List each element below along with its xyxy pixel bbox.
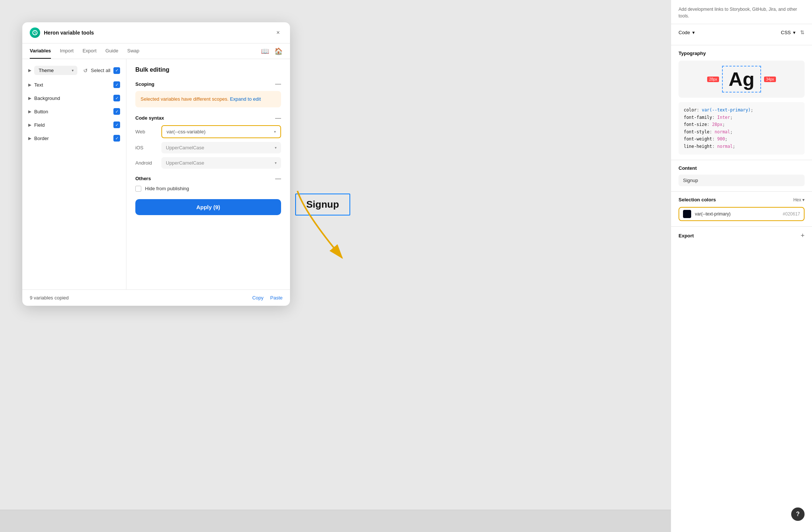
close-button[interactable]: × [274,28,283,37]
border-chevron-icon: ▶ [28,136,31,141]
help-button[interactable]: ? [791,507,805,521]
tab-guide[interactable]: Guide [106,43,119,59]
typography-preview-char: Ag [722,66,761,93]
tab-import[interactable]: Import [60,43,74,59]
button-checkbox[interactable]: ✓ [113,108,120,115]
web-code-dropdown-icon: ▾ [274,130,276,134]
web-platform-label: Web [135,129,158,134]
var-item-background[interactable]: ▶ Background ✓ [22,91,126,105]
code-syntax-header: Code syntax — [135,115,281,121]
android-code-input[interactable]: UpperCamelCase ▾ [161,157,281,169]
apply-button[interactable]: Apply (9) [135,199,281,215]
field-checkbox[interactable]: ✓ [113,121,120,128]
dev-links-section: Add development links to Storybook, GitH… [671,0,812,24]
select-all-checkbox[interactable]: ✓ [113,67,120,74]
plugin-logo [30,27,40,38]
variables-copied-status: 9 variables copied [30,295,69,301]
android-code-dropdown-icon: ▾ [275,161,277,165]
tab-variables[interactable]: Variables [30,43,51,59]
tab-swap[interactable]: Swap [127,43,139,59]
color-var-name: var(--text-primary) [695,211,779,217]
code-line-line-height: line-height: normal; [684,143,799,150]
variables-panel: ▶ Theme ▾ ↺ Select all ✓ ▶ Text ✓ ▶ [22,59,126,289]
ios-platform-label: iOS [135,145,158,150]
book-icon[interactable]: 📖 [261,47,269,55]
code-section-header: Code ▾ CSS ▾ ⇅ [679,29,805,35]
theme-chevron-icon: ▶ [28,68,31,73]
background-checkbox[interactable]: ✓ [113,95,120,101]
var-item-field[interactable]: ▶ Field ✓ [22,118,126,132]
code-syntax-collapse-icon[interactable]: — [275,115,281,121]
text-checkbox[interactable]: ✓ [113,81,120,88]
typography-code-block: color: var(--text-primary); font-family:… [679,102,805,155]
others-collapse-icon[interactable]: — [275,175,281,182]
plugin-panel: Heron variable tools × Variables Import … [22,22,290,306]
css-dropdown[interactable]: CSS ▾ [781,30,796,35]
ios-code-input[interactable]: UpperCamelCase ▾ [161,142,281,153]
code-syntax-row-web: Web var(--css-variable) ▾ [135,125,281,138]
color-swatch [683,210,691,218]
bottom-bar [0,510,671,532]
plugin-bottom-actions: Copy Paste [252,295,283,301]
bulk-editing-title: Bulk editing [135,66,281,73]
ios-code-dropdown-icon: ▾ [275,146,277,150]
hide-publishing-label: Hide from publishing [145,186,189,191]
code-section-right: CSS ▾ ⇅ [781,29,805,35]
typography-label: Typography [679,51,706,56]
code-line-color: color: var(--text-primary); [684,107,799,114]
selection-colors-header: Selection colors Hex ▾ [679,197,805,202]
var-item-border[interactable]: ▶ Border ✓ [22,132,126,145]
home-icon[interactable]: 🏠 [274,47,283,55]
border-checkbox[interactable]: ✓ [113,135,120,142]
var-group-theme-row[interactable]: ▶ Theme ▾ ↺ Select all ✓ [22,63,126,78]
plugin-tabs: Variables Import Export Guide Swap 📖 🏠 [22,43,290,59]
export-add-icon[interactable]: + [800,232,805,240]
button-chevron-icon: ▶ [28,109,31,114]
plugin-bottom-bar: 9 variables copied Copy Paste [22,289,290,306]
theme-selector[interactable]: Theme ▾ [34,66,77,75]
scoping-collapse-icon[interactable]: — [275,81,281,87]
code-syntax-section: Code syntax — Web var(--css-variable) ▾ … [135,115,281,169]
copy-link[interactable]: Copy [252,295,263,301]
dev-links-text: Add development links to Storybook, GitH… [679,6,805,19]
code-syntax-row-android: Android UpperCamelCase ▾ [135,157,281,169]
signup-element: Signup [295,194,350,215]
selection-colors-label: Selection colors [679,197,716,202]
android-code-value: UpperCamelCase [166,160,273,166]
measure-right-badge: 34px [764,77,776,82]
scoping-section: Scoping — Selected variables have differ… [135,81,281,107]
typography-preview: 28px Ag 34px [679,61,805,98]
background-chevron-icon: ▶ [28,96,31,101]
export-header: Export + [679,232,805,240]
code-syntax-row-ios: iOS UpperCamelCase ▾ [135,142,281,153]
hex-format-label: Hex [793,197,801,202]
typography-header: Typography [679,51,805,56]
hex-dropdown[interactable]: Hex ▾ [793,197,805,202]
color-row[interactable]: var(--text-primary) #020617 [679,207,805,221]
css-dropdown-chevron-icon: ▾ [793,30,796,35]
field-chevron-icon: ▶ [28,123,31,127]
refresh-icon[interactable]: ↺ [83,68,88,74]
hex-dropdown-chevron-icon: ▾ [802,197,805,202]
code-line-font-size: font-size: 28px; [684,121,799,129]
code-dropdown[interactable]: Code ▾ [679,30,695,35]
typography-section: Typography 28px Ag 34px color: var(--tex… [671,45,812,160]
web-code-input[interactable]: var(--css-variable) ▾ [161,125,281,138]
measure-left-badge: 28px [707,77,719,82]
expand-to-edit-link[interactable]: Expand to edit [230,96,261,102]
button-label: Button [34,109,110,114]
right-panel: Add development links to Storybook, GitH… [671,0,812,532]
var-item-text[interactable]: ▶ Text ✓ [22,78,126,91]
text-label: Text [34,82,110,88]
paste-link[interactable]: Paste [270,295,283,301]
background-label: Background [34,95,110,101]
code-settings-icon[interactable]: ⇅ [800,29,805,35]
text-chevron-icon: ▶ [28,82,31,87]
hide-publishing-checkbox[interactable] [135,186,141,192]
tab-export[interactable]: Export [83,43,97,59]
theme-dropdown-icon: ▾ [72,68,74,72]
content-value: Signup [679,175,805,186]
plugin-header-left: Heron variable tools [30,27,94,38]
typography-preview-inner: 28px Ag 34px [707,66,776,93]
var-item-button[interactable]: ▶ Button ✓ [22,105,126,118]
